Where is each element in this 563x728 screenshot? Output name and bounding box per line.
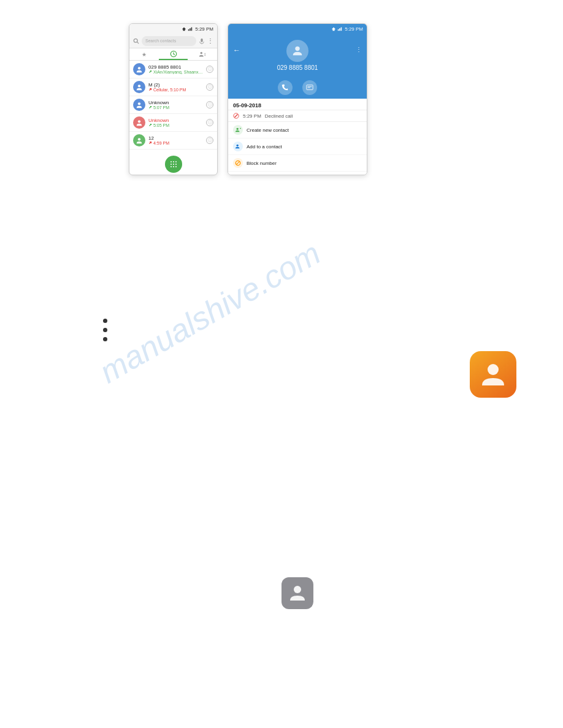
svg-rect-6 — [201, 38, 202, 42]
svg-point-49 — [294, 586, 301, 593]
search-placeholder: Search contacts — [145, 39, 176, 43]
contact-name: Unknown — [148, 100, 203, 105]
delete-item[interactable]: Delete — [228, 172, 367, 175]
right-phone-screen: 5:29 PM ← ⋮ 029 8885 8801 — [228, 23, 367, 175]
declined-icon — [233, 113, 239, 119]
avatar — [133, 134, 145, 146]
block-number-item[interactable]: Block number — [228, 155, 367, 172]
info-icon[interactable]: ⓘ — [206, 66, 213, 73]
add-contact-item[interactable]: Add to a contact — [228, 138, 367, 155]
bullet-3 — [103, 337, 107, 341]
tab-contacts[interactable] — [188, 48, 217, 60]
more-icon[interactable]: ⋮ — [207, 37, 213, 44]
tabs-row: ★ — [129, 48, 217, 61]
phone-icon — [282, 84, 289, 91]
svg-point-33 — [295, 46, 299, 50]
call-date: 05-09-2018 — [228, 99, 367, 110]
add-to-contact-icon — [233, 142, 243, 151]
right-status-icons: 5:29 PM — [331, 26, 363, 32]
svg-point-42 — [237, 145, 239, 146]
more-menu[interactable]: ⋮ — [356, 46, 362, 53]
wifi-icon — [331, 26, 336, 31]
caller-avatar — [286, 40, 308, 62]
call-time: 5:29 PM — [243, 113, 261, 119]
create-contact-icon — [233, 125, 243, 135]
info-icon[interactable]: ⓘ — [206, 101, 213, 108]
contact-info: Unknown 5:05 PM — [148, 118, 203, 127]
caller-number: 029 8885 8801 — [277, 64, 318, 71]
clock-icon — [170, 50, 177, 58]
svg-point-19 — [138, 138, 140, 140]
svg-rect-31 — [339, 28, 340, 31]
contact-item[interactable]: 029 8885 8801 XiAn/Xianyang, Shaanxi, 5:… — [129, 61, 217, 78]
svg-marker-29 — [332, 28, 335, 31]
info-icon[interactable]: ⓘ — [206, 83, 213, 91]
svg-marker-0 — [182, 28, 186, 31]
svg-point-17 — [138, 102, 140, 105]
signal-icon — [188, 26, 193, 31]
search-icon — [133, 38, 139, 44]
screens-container: 5:29 PM Search contacts ⋮ ★ — [129, 23, 367, 175]
contact-info: 029 8885 8801 XiAn/Xianyang, Shaanxi, 5:… — [148, 64, 203, 74]
contact-name: M (2) — [148, 82, 203, 88]
svg-point-27 — [173, 166, 174, 167]
contact-info: M (2) Cellular, 5:10 PM — [148, 82, 203, 92]
contact-item[interactable]: 12 4:59 PM ⓘ — [129, 132, 217, 150]
block-number-label: Block number — [247, 161, 277, 166]
contact-item[interactable]: Unknown 5:07 PM ⓘ — [129, 96, 217, 114]
block-icon — [233, 158, 243, 168]
call-button[interactable] — [278, 80, 293, 95]
avatar — [133, 81, 145, 93]
call-status: Declined call — [265, 113, 293, 119]
svg-point-16 — [138, 85, 140, 87]
svg-point-48 — [488, 364, 499, 375]
svg-point-21 — [173, 161, 174, 162]
svg-line-10 — [174, 54, 175, 55]
right-time: 5:29 PM — [345, 26, 363, 32]
app-icon-large[interactable] — [470, 351, 516, 398]
status-icons: 5:29 PM — [182, 26, 213, 32]
back-button[interactable]: ← — [233, 46, 240, 55]
svg-point-15 — [138, 67, 140, 69]
info-icon[interactable]: ⓘ — [206, 137, 213, 144]
info-icon[interactable]: ⓘ — [206, 119, 213, 126]
dialpad-icon — [169, 160, 178, 169]
left-time: 5:29 PM — [195, 26, 213, 32]
bullet-list — [103, 319, 107, 341]
svg-rect-32 — [341, 28, 342, 31]
create-contact-item[interactable]: Create new contact — [228, 122, 367, 138]
contact-sub: Cellular, 5:10 PM — [148, 88, 203, 92]
tab-recent[interactable] — [159, 48, 188, 60]
contact-sub: XiAn/Xianyang, Shaanxi, 5:29 PM — [148, 70, 203, 74]
contact-sub: 4:59 PM — [148, 141, 203, 145]
person-icon-large — [478, 360, 508, 389]
svg-point-11 — [201, 51, 202, 53]
app-icon-small[interactable] — [282, 577, 313, 609]
bullet-2 — [103, 328, 107, 332]
svg-rect-3 — [191, 28, 193, 31]
message-icon — [306, 84, 313, 91]
tab-favorites[interactable]: ★ — [129, 48, 159, 60]
add-contact-label: Add to a contact — [247, 144, 282, 150]
contact-sub: 5:05 PM — [148, 123, 203, 127]
contact-name: 12 — [148, 135, 203, 141]
block-circle-icon — [235, 160, 241, 166]
create-contact-label: Create new contact — [247, 127, 289, 133]
svg-rect-2 — [190, 28, 191, 31]
contact-item[interactable]: M (2) Cellular, 5:10 PM ⓘ — [129, 78, 217, 96]
svg-point-28 — [175, 166, 177, 167]
contact-list: 029 8885 8801 XiAn/Xianyang, Shaanxi, 5:… — [129, 61, 217, 150]
message-button[interactable] — [302, 80, 317, 95]
svg-point-20 — [170, 161, 172, 162]
call-details: 05-09-2018 5:29 PM Declined call — [228, 99, 367, 175]
avatar — [133, 63, 145, 75]
mic-icon — [199, 38, 205, 44]
dialpad-fab[interactable] — [165, 156, 182, 173]
avatar — [133, 99, 145, 111]
add-person-icon — [235, 127, 241, 133]
call-time-row: 5:29 PM Declined call — [228, 110, 367, 122]
person-icon-small — [288, 583, 307, 603]
contact-item[interactable]: Unknown 5:05 PM ⓘ — [129, 114, 217, 132]
signal-icon — [337, 26, 342, 31]
search-input[interactable]: Search contacts — [142, 36, 196, 46]
